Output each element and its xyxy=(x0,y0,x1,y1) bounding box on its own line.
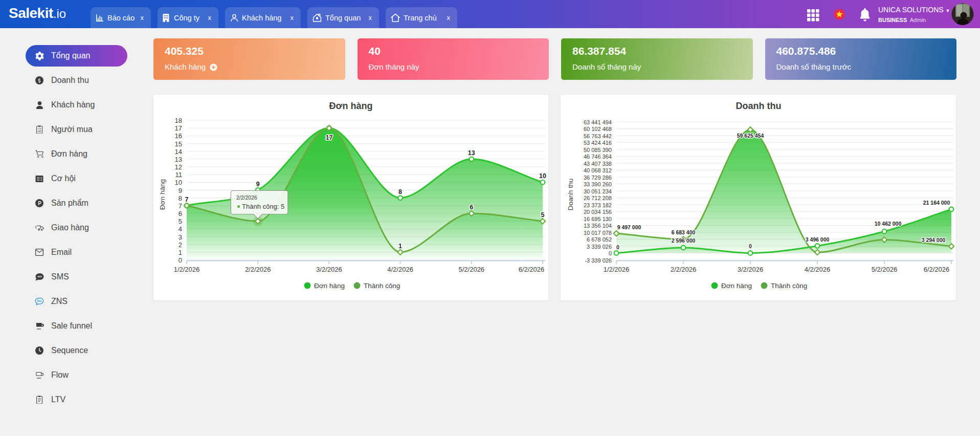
svg-text:63 441 494: 63 441 494 xyxy=(584,119,612,125)
svg-text:5: 5 xyxy=(179,217,182,225)
svg-text:46 746 364: 46 746 364 xyxy=(584,154,612,160)
svg-text:15: 15 xyxy=(175,140,182,148)
svg-text:1/2/2026: 1/2/2026 xyxy=(174,266,200,273)
svg-text:0: 0 xyxy=(609,250,612,256)
svg-text:0: 0 xyxy=(749,243,752,249)
svg-text:8: 8 xyxy=(179,194,182,202)
svg-text:2/2/2026: 2/2/2026 xyxy=(236,194,257,201)
svg-text:Thành công: 5: Thành công: 5 xyxy=(242,203,284,210)
svg-text:16 695 130: 16 695 130 xyxy=(584,216,612,222)
svg-text:53 424 416: 53 424 416 xyxy=(584,140,612,146)
svg-text:10 017 078: 10 017 078 xyxy=(584,230,612,236)
svg-text:Đơn hàng: Đơn hàng xyxy=(314,282,345,290)
svg-text:10: 10 xyxy=(539,172,546,180)
svg-text:3 339 026: 3 339 026 xyxy=(587,244,612,250)
svg-text:3/2/2026: 3/2/2026 xyxy=(738,266,764,273)
svg-text:2: 2 xyxy=(179,241,182,249)
svg-text:4/2/2026: 4/2/2026 xyxy=(805,266,831,273)
svg-text:6: 6 xyxy=(470,204,473,211)
svg-text:18: 18 xyxy=(175,117,182,124)
svg-text:3 294 000: 3 294 000 xyxy=(922,237,946,243)
svg-text:9: 9 xyxy=(179,187,182,194)
svg-text:56 763 442: 56 763 442 xyxy=(584,133,612,139)
svg-text:3: 3 xyxy=(179,233,182,241)
svg-text:1/2/2026: 1/2/2026 xyxy=(604,266,630,273)
svg-text:Thành công: Thành công xyxy=(771,282,807,290)
svg-text:10 462 000: 10 462 000 xyxy=(875,221,902,227)
svg-text:3/2/2026: 3/2/2026 xyxy=(316,266,342,273)
svg-text:21 164 000: 21 164 000 xyxy=(923,200,950,206)
svg-text:50 085 390: 50 085 390 xyxy=(584,147,612,153)
svg-text:13 356 104: 13 356 104 xyxy=(584,223,612,229)
svg-text:Thành công: Thành công xyxy=(364,282,400,290)
svg-text:Đơn hàng: Đơn hàng xyxy=(329,101,373,111)
svg-text:7: 7 xyxy=(179,202,182,210)
svg-text:Zns: Zns xyxy=(37,299,41,302)
svg-text:16: 16 xyxy=(175,132,182,140)
svg-text:1: 1 xyxy=(179,249,182,256)
svg-text:10: 10 xyxy=(175,179,182,186)
svg-text:7: 7 xyxy=(185,196,189,203)
svg-text:-3 339 026: -3 339 026 xyxy=(585,257,612,264)
svg-text:6: 6 xyxy=(179,210,182,217)
svg-text:13: 13 xyxy=(468,149,475,157)
svg-text:5/2/2026: 5/2/2026 xyxy=(872,266,898,273)
svg-text:Doanh thu: Doanh thu xyxy=(567,179,574,210)
svg-text:14: 14 xyxy=(175,148,182,156)
svg-text:12: 12 xyxy=(175,163,182,171)
svg-text:4/2/2026: 4/2/2026 xyxy=(387,266,413,273)
svg-text:59 625 454: 59 625 454 xyxy=(737,133,764,139)
svg-text:2/2/2026: 2/2/2026 xyxy=(245,266,271,273)
svg-text:6/2/2026: 6/2/2026 xyxy=(519,266,545,273)
svg-text:4: 4 xyxy=(179,225,182,233)
svg-text:Đơn hàng: Đơn hàng xyxy=(721,282,752,290)
svg-text:17: 17 xyxy=(325,134,332,141)
svg-text:2 596 000: 2 596 000 xyxy=(672,237,696,244)
svg-text:17: 17 xyxy=(175,124,182,132)
svg-text:30 051 234: 30 051 234 xyxy=(584,188,612,194)
svg-text:5/2/2026: 5/2/2026 xyxy=(458,266,484,273)
svg-text:20 034 156: 20 034 156 xyxy=(584,209,612,215)
svg-text:13: 13 xyxy=(175,156,182,163)
svg-text:Đơn hàng: Đơn hàng xyxy=(159,179,166,210)
svg-text:0: 0 xyxy=(179,256,182,264)
svg-text:6/2/2026: 6/2/2026 xyxy=(924,266,950,273)
svg-text:5: 5 xyxy=(541,211,545,219)
svg-text:9: 9 xyxy=(256,181,260,188)
svg-text:8: 8 xyxy=(398,188,402,195)
svg-text:3 496 000: 3 496 000 xyxy=(806,236,830,243)
svg-text:2/2/2026: 2/2/2026 xyxy=(671,266,697,273)
svg-text:SMS: SMS xyxy=(37,275,42,278)
svg-text:26 712 208: 26 712 208 xyxy=(584,195,612,201)
svg-text:9 497 000: 9 497 000 xyxy=(617,224,641,230)
svg-text:Doanh thu: Doanh thu xyxy=(736,101,782,111)
svg-text:1: 1 xyxy=(398,243,402,250)
svg-text:23 373 182: 23 373 182 xyxy=(584,202,612,208)
svg-text:40 068 312: 40 068 312 xyxy=(584,167,612,173)
svg-text:60 102 468: 60 102 468 xyxy=(584,126,612,132)
svg-text:6 678 052: 6 678 052 xyxy=(587,236,612,243)
svg-text:36 729 286: 36 729 286 xyxy=(584,175,612,181)
svg-text:43 407 338: 43 407 338 xyxy=(584,161,612,167)
svg-text:6 683 400: 6 683 400 xyxy=(672,229,696,235)
svg-text:33 390 260: 33 390 260 xyxy=(584,181,612,187)
svg-text:11: 11 xyxy=(175,171,183,179)
svg-text:0: 0 xyxy=(616,244,619,250)
